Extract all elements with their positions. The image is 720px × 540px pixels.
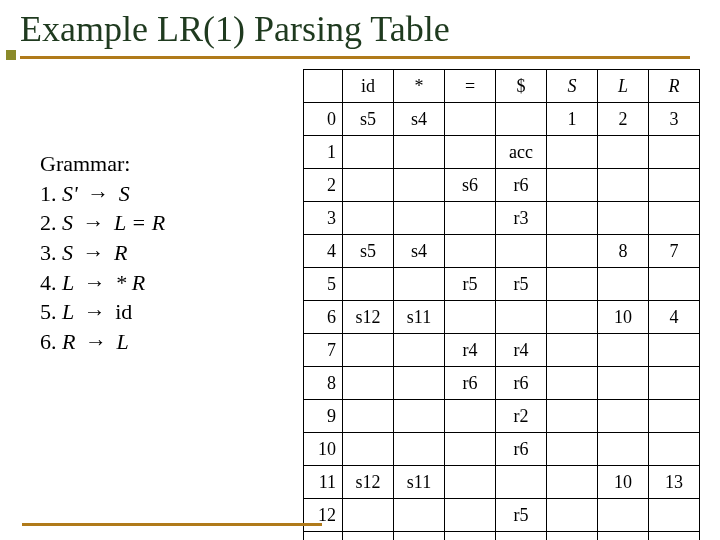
table-row: 4s5s487 (304, 235, 700, 268)
cell: r6 (496, 367, 547, 400)
cell: acc (496, 136, 547, 169)
state-cell: 13 (304, 532, 343, 541)
cell (547, 400, 598, 433)
cell (445, 466, 496, 499)
footer-underline (22, 523, 322, 526)
cell: s4 (394, 235, 445, 268)
cell (343, 532, 394, 541)
cell (445, 532, 496, 541)
cell (445, 301, 496, 334)
cell (394, 169, 445, 202)
table-row: 10r6 (304, 433, 700, 466)
cell (547, 433, 598, 466)
cell: 8 (598, 235, 649, 268)
col-L: L (598, 70, 649, 103)
cell (598, 334, 649, 367)
arrow-icon: → (80, 299, 110, 324)
grammar-heading: Grammar: (40, 149, 165, 179)
arrow-icon: → (81, 329, 111, 354)
cell: r6 (496, 433, 547, 466)
cell: s12 (343, 301, 394, 334)
grammar-rule: 6. R → L (40, 327, 165, 357)
cell (445, 136, 496, 169)
cell (598, 136, 649, 169)
cell (496, 235, 547, 268)
cell: r5 (445, 268, 496, 301)
cell (445, 202, 496, 235)
cell (547, 301, 598, 334)
cell (598, 499, 649, 532)
state-cell: 3 (304, 202, 343, 235)
content-row: Grammar: 1. S' → S 2. S → L = R 3. S → R… (20, 69, 700, 540)
state-cell: 12 (304, 499, 343, 532)
cell: 4 (649, 301, 700, 334)
cell: s4 (394, 103, 445, 136)
cell (547, 532, 598, 541)
cell: r5 (496, 268, 547, 301)
table-row: 1acc (304, 136, 700, 169)
corner-cell (304, 70, 343, 103)
cell (343, 136, 394, 169)
cell (649, 532, 700, 541)
cell: 1 (547, 103, 598, 136)
table-header-row: id * = $ S L R (304, 70, 700, 103)
cell: s11 (394, 301, 445, 334)
cell: r4 (445, 334, 496, 367)
cell (598, 268, 649, 301)
grammar-rule: 3. S → R (40, 238, 165, 268)
cell (343, 268, 394, 301)
table-row: 6s12s11104 (304, 301, 700, 334)
state-cell: 5 (304, 268, 343, 301)
cell (649, 433, 700, 466)
cell (598, 202, 649, 235)
cell (343, 202, 394, 235)
cell (547, 499, 598, 532)
cell: r6 (445, 367, 496, 400)
cell: 10 (598, 301, 649, 334)
cell (598, 400, 649, 433)
cell (598, 367, 649, 400)
cell (547, 169, 598, 202)
cell: s6 (445, 169, 496, 202)
cell (649, 367, 700, 400)
arrow-icon: → (79, 210, 109, 235)
cell (394, 532, 445, 541)
page-title: Example LR(1) Parsing Table (20, 8, 700, 50)
cell (394, 334, 445, 367)
state-cell: 0 (304, 103, 343, 136)
cell: 13 (649, 466, 700, 499)
cell (394, 136, 445, 169)
cell (649, 268, 700, 301)
state-cell: 9 (304, 400, 343, 433)
title-underline (20, 56, 690, 59)
cell (343, 169, 394, 202)
cell (394, 367, 445, 400)
table-row: 2s6r6 (304, 169, 700, 202)
arrow-icon: → (79, 240, 109, 265)
cell (394, 499, 445, 532)
cell (649, 334, 700, 367)
table-row: 12r5 (304, 499, 700, 532)
cell: s5 (343, 103, 394, 136)
arrow-icon: → (80, 270, 110, 295)
state-cell: 4 (304, 235, 343, 268)
grammar-rule: 4. L → * R (40, 268, 165, 298)
cell (547, 334, 598, 367)
table-row: 7r4r4 (304, 334, 700, 367)
cell (343, 367, 394, 400)
col-eq: = (445, 70, 496, 103)
col-S: S (547, 70, 598, 103)
cell (547, 367, 598, 400)
cell (394, 433, 445, 466)
table-row: 5r5r5 (304, 268, 700, 301)
cell: 3 (649, 103, 700, 136)
cell (547, 466, 598, 499)
cell (445, 103, 496, 136)
state-cell: 7 (304, 334, 343, 367)
cell: s11 (394, 466, 445, 499)
cell (547, 268, 598, 301)
arrow-icon: → (83, 181, 113, 206)
grammar-rule: 5. L → id (40, 297, 165, 327)
cell (343, 400, 394, 433)
cell (394, 400, 445, 433)
